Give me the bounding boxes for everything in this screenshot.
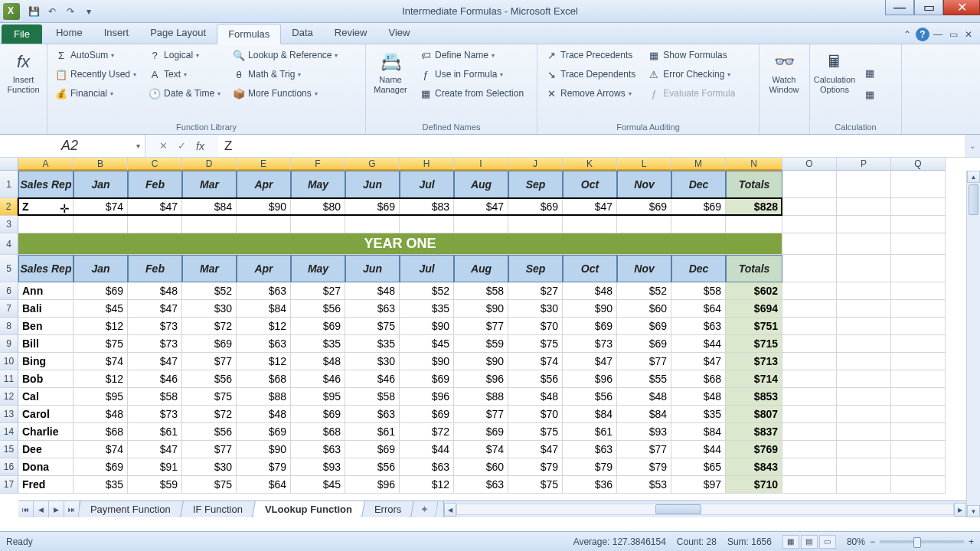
cell[interactable]: $90 [454,353,508,370]
cell[interactable]: $75 [182,476,237,494]
header2-totals[interactable]: Totals [726,255,782,282]
cell[interactable]: $90 [400,353,454,370]
data-name-bali[interactable]: Bali [18,300,74,318]
cell[interactable]: $48 [74,406,128,423]
tab-formulas[interactable]: Formulas [217,24,281,44]
cell[interactable] [782,370,837,388]
horizontal-scrollbar[interactable]: ◀ ▶ [443,501,966,517]
cell[interactable] [563,216,617,233]
col-header-E[interactable]: E [237,158,291,171]
cell[interactable] [891,370,946,388]
cell[interactable] [891,476,946,494]
header-apr[interactable]: Apr [237,171,291,198]
cell[interactable]: $96 [400,388,454,406]
cell[interactable]: $12 [74,370,128,388]
col-header-F[interactable]: F [291,158,345,171]
cell[interactable] [782,216,837,233]
recent-button[interactable]: 📋Recently Used [51,66,141,83]
row-header-1[interactable]: 1 [0,171,18,198]
cell[interactable]: $70 [508,406,563,423]
cell[interactable]: $72 [182,318,237,335]
cell[interactable]: $30 [345,353,400,370]
more-functions-button[interactable]: 📦More Functions [228,85,342,102]
cell[interactable]: $60 [454,458,508,476]
cell[interactable]: $84 [237,300,291,318]
cell[interactable]: $79 [237,458,291,476]
cell[interactable]: $47 [454,198,508,216]
cell[interactable] [891,233,946,255]
cell[interactable] [782,198,837,216]
cell[interactable]: $69 [291,406,345,423]
cell[interactable]: $47 [128,300,182,318]
cell[interactable] [891,282,946,300]
cell-totals[interactable]: $715 [726,335,782,353]
cell[interactable] [782,255,837,282]
header-may[interactable]: May [291,171,345,198]
enter-icon[interactable]: ✓ [178,140,190,152]
cell[interactable]: $90 [400,318,454,335]
cell[interactable]: $52 [182,282,237,300]
cell[interactable]: $69 [345,441,400,458]
fx-label-icon[interactable]: fx [196,140,204,152]
scroll-thumb[interactable] [969,184,978,215]
cell[interactable] [74,216,128,233]
next-sheet-button[interactable]: ▶ [49,501,64,517]
cell[interactable]: $69 [617,335,671,353]
cell[interactable] [837,233,891,255]
sheet-tab-payment-function[interactable]: Payment Function [77,500,184,517]
cell[interactable]: $47 [128,441,182,458]
tab-insert[interactable]: Insert [93,23,140,44]
cell[interactable] [182,216,237,233]
create-selection-button[interactable]: ▦Create from Selection [415,85,528,102]
cell[interactable]: $48 [508,388,563,406]
calc-options-button[interactable]: 🖩 Calculation Options [813,47,856,121]
header-jan[interactable]: Jan [74,171,128,198]
error-checking-button[interactable]: ⚠Error Checking [643,66,740,83]
cell[interactable]: $60 [617,300,671,318]
define-name-button[interactable]: 🏷Define Name [415,47,528,64]
math-button[interactable]: θMath & Trig [228,66,342,83]
cell[interactable]: $69 [508,198,563,216]
row-header-7[interactable]: 7 [0,300,18,318]
cell[interactable] [128,216,182,233]
cell[interactable]: $47 [128,353,182,370]
cell[interactable]: $88 [454,388,508,406]
cell[interactable]: $47 [128,198,182,216]
cell[interactable]: $63 [563,441,617,458]
cell[interactable]: $56 [182,423,237,441]
cell[interactable]: $48 [128,282,182,300]
cell[interactable]: $75 [508,423,563,441]
data-name-carol[interactable]: Carol [18,406,74,423]
col-header-O[interactable]: O [782,158,837,171]
cell[interactable]: $12 [237,318,291,335]
cell[interactable] [291,216,345,233]
cell[interactable]: $52 [400,282,454,300]
minimize-button[interactable]: — [885,0,914,15]
cell[interactable] [782,335,837,353]
cell[interactable]: $77 [182,353,237,370]
col-header-N[interactable]: N [726,158,782,171]
cell[interactable] [891,458,946,476]
cell[interactable]: $83 [400,198,454,216]
cell[interactable]: $70 [508,318,563,335]
logical-button[interactable]: ?Logical [144,47,225,64]
cell[interactable] [837,171,891,198]
cell[interactable] [837,353,891,370]
cell[interactable]: $69 [617,198,671,216]
cell[interactable]: $74 [454,441,508,458]
cell[interactable] [891,335,946,353]
cell[interactable]: $48 [563,282,617,300]
cell[interactable]: $75 [74,335,128,353]
cell[interactable]: $63 [291,441,345,458]
cell[interactable]: $72 [400,423,454,441]
cell[interactable]: $74 [508,353,563,370]
cell[interactable]: $48 [237,406,291,423]
cell[interactable] [891,255,946,282]
cell[interactable] [726,216,782,233]
row-header-15[interactable]: 15 [0,441,18,458]
cell[interactable]: $84 [563,406,617,423]
cell-totals[interactable]: $843 [726,458,782,476]
zoom-slider[interactable] [880,540,964,543]
cell[interactable]: $48 [345,282,400,300]
cell[interactable]: $96 [454,370,508,388]
